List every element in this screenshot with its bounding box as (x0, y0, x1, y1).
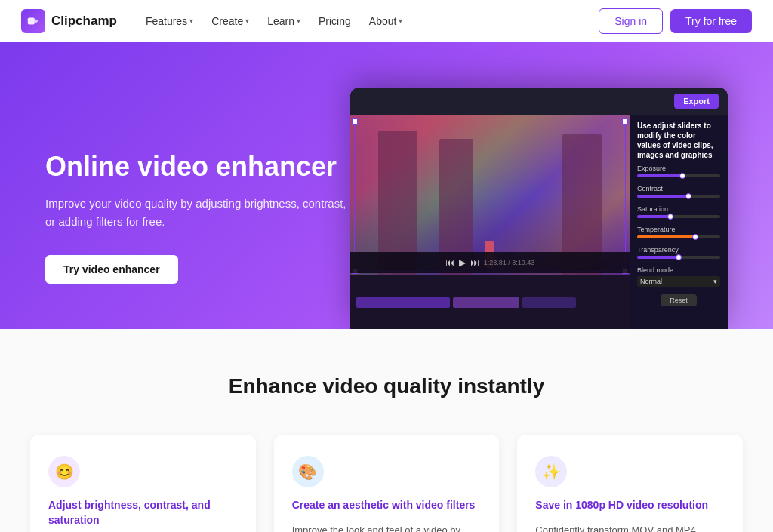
video-scene (350, 115, 630, 275)
nav-right: Sign in Try for free (599, 8, 752, 34)
exposure-fill (637, 174, 683, 177)
feature-title-2: Create an aesthetic with video filters (292, 498, 482, 513)
logo-icon (21, 9, 45, 33)
play-icon[interactable]: ▶ (459, 257, 466, 268)
contrast-fill (637, 195, 688, 198)
corner-tl (352, 118, 358, 125)
feature-card-resolution: ✨ Save in 1080p HD video resolution Conf… (517, 435, 743, 532)
features-section: Enhance video quality instantly 😊 Adjust… (0, 329, 773, 532)
panel-saturation: Saturation (637, 205, 720, 218)
video-controls: ⏮ ▶ ⏭ 1:23.81 / 3:19.43 (350, 252, 630, 273)
nav-links: Features ▾ Create ▾ Learn ▾ Pricing Abou… (138, 11, 410, 32)
hero-content: Online video enhancer Improve your video… (45, 150, 350, 329)
chevron-down-icon: ▾ (297, 17, 300, 25)
feature-card-brightness: 😊 Adjust brightness, contrast, and satur… (30, 435, 256, 532)
contrast-label: Contrast (637, 185, 720, 192)
feature-desc-2: Improve the look and feel of a video by … (292, 522, 482, 532)
hero-cta-button[interactable]: Try video enhancer (45, 255, 178, 284)
timeline-clip-1 (356, 297, 450, 308)
nav-link-features[interactable]: Features ▾ (138, 11, 201, 32)
export-button[interactable]: Export (674, 94, 719, 109)
chevron-down-icon: ▾ (245, 17, 249, 25)
blend-mode-select[interactable]: Normal ▾ (637, 276, 720, 287)
skip-forward-icon[interactable]: ⏭ (470, 257, 479, 268)
nav-link-create[interactable]: Create ▾ (204, 11, 257, 32)
contrast-thumb (685, 193, 691, 199)
video-preview: ⏮ ▶ ⏭ 1:23.81 / 3:19.43 (350, 115, 630, 329)
reset-button[interactable]: Reset (661, 294, 697, 306)
exposure-label: Exposure (637, 165, 720, 172)
timeline (350, 275, 630, 329)
saturation-thumb (667, 214, 673, 220)
features-grid: 😊 Adjust brightness, contrast, and satur… (30, 435, 743, 532)
contrast-slider[interactable] (637, 195, 720, 198)
signin-button[interactable]: Sign in (599, 8, 663, 34)
logo-text: Clipchamp (51, 14, 117, 29)
transparency-slider[interactable] (637, 256, 720, 259)
features-title: Enhance video quality instantly (30, 374, 743, 398)
feature-card-filters: 🎨 Create an aesthetic with video filters… (274, 435, 500, 532)
transparency-thumb (676, 254, 682, 260)
panel-exposure: Exposure (637, 165, 720, 177)
feature-title-1: Adjust brightness, contrast, and saturat… (48, 498, 238, 527)
panel-transparency: Transparency (637, 246, 720, 259)
logo[interactable]: Clipchamp (21, 9, 117, 33)
chevron-down-icon: ▾ (399, 17, 402, 25)
panel-blend-mode: Blend mode Normal ▾ (637, 266, 720, 287)
timeline-clip-2 (453, 297, 520, 308)
panel-contrast: Contrast (637, 185, 720, 198)
exposure-slider[interactable] (637, 174, 720, 177)
editor-panel: Use adjust sliders to modify the color v… (630, 115, 728, 329)
blend-mode-chevron: ▾ (713, 278, 717, 285)
blend-mode-value: Normal (640, 278, 662, 285)
saturation-label: Saturation (637, 205, 720, 213)
blend-mode-label: Blend mode (637, 266, 720, 274)
svg-marker-1 (35, 19, 39, 23)
temperature-fill (637, 235, 695, 238)
hero-subtitle: Improve your video quality by adjusting … (45, 195, 350, 231)
timeline-clip-3 (522, 297, 576, 308)
temperature-slider[interactable] (637, 235, 720, 238)
nav-link-about[interactable]: About ▾ (362, 11, 411, 32)
skip-back-icon[interactable]: ⏮ (445, 257, 454, 268)
svg-rect-0 (28, 17, 35, 24)
hero-title: Online video enhancer (45, 150, 350, 183)
brightness-icon: 😊 (48, 456, 80, 487)
corner-tr (622, 118, 628, 125)
saturation-slider[interactable] (637, 215, 720, 218)
filters-icon: 🎨 (292, 456, 324, 487)
editor-mockup: Export (350, 88, 728, 329)
editor-body: ⏮ ▶ ⏭ 1:23.81 / 3:19.43 Use adjust slide… (350, 115, 728, 329)
timestamp: 1:23.81 / 3:19.43 (484, 259, 535, 266)
feature-desc-3: Confidently transform MOV and MP4 qualit… (535, 522, 725, 532)
temperature-thumb (692, 234, 698, 240)
feature-title-3: Save in 1080p HD video resolution (535, 498, 725, 513)
exposure-thumb (679, 173, 685, 179)
saturation-fill (637, 215, 670, 218)
transparency-fill (637, 256, 679, 259)
temperature-label: Temperature (637, 226, 720, 233)
hero-section: Online video enhancer Improve your video… (0, 42, 773, 329)
navbar: Clipchamp Features ▾ Create ▾ Learn ▾ Pr… (0, 0, 773, 42)
transparency-label: Transparency (637, 246, 720, 254)
editor-topbar: Export (350, 88, 728, 115)
nav-link-pricing[interactable]: Pricing (311, 11, 359, 32)
resolution-icon: ✨ (535, 456, 567, 487)
panel-temperature: Temperature (637, 226, 720, 238)
chevron-down-icon: ▾ (189, 17, 193, 25)
try-free-button[interactable]: Try for free (670, 9, 752, 33)
nav-left: Clipchamp Features ▾ Create ▾ Learn ▾ Pr… (21, 9, 410, 33)
nav-link-learn[interactable]: Learn ▾ (260, 11, 308, 32)
panel-description: Use adjust sliders to modify the color v… (637, 121, 720, 160)
